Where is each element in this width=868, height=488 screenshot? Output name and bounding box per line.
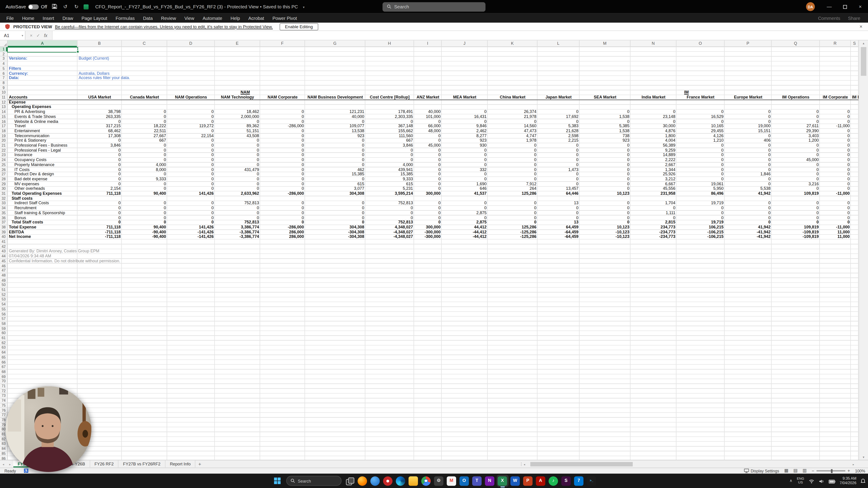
row-header-77[interactable]: 77	[0, 413, 7, 418]
cell-P18[interactable]: 15,151	[725, 129, 772, 133]
cell-B3[interactable]: Budget (Current)	[78, 57, 109, 61]
cell-F24[interactable]: 0	[260, 158, 305, 162]
cell-Q20[interactable]: 1,200	[772, 138, 820, 143]
sheet-nav-left-icon[interactable]: ◂	[0, 460, 6, 468]
cell-P27[interactable]: 1,846	[725, 172, 772, 177]
cell-M34[interactable]: 0	[580, 206, 630, 210]
ribbon-tab-formulas[interactable]: Formulas	[112, 13, 139, 23]
cell-Q11[interactable]: IM Operations	[772, 95, 820, 100]
cell-L36[interactable]: 0	[537, 216, 580, 220]
ribbon-tab-insert[interactable]: Insert	[38, 13, 58, 23]
column-header-P[interactable]: P	[725, 40, 772, 47]
cell-N33[interactable]: 1,704	[630, 201, 676, 206]
row-header-75[interactable]: 75	[0, 403, 7, 408]
cell-A25[interactable]: Property Maintenance	[8, 163, 54, 167]
cell-K35[interactable]: 0	[488, 211, 537, 216]
row-header-27[interactable]: 27	[0, 172, 7, 177]
cell-Q33[interactable]: 0	[772, 201, 820, 206]
cell-C36[interactable]: 0	[122, 216, 167, 220]
cell-O14[interactable]: 0	[677, 109, 725, 114]
cell-F22[interactable]: 0	[260, 148, 305, 153]
taskbar-file-explorer-icon[interactable]	[408, 476, 418, 486]
cell-E24[interactable]: 0	[215, 158, 260, 162]
cell-P15[interactable]: 0	[725, 114, 772, 119]
row-header-68[interactable]: 68	[0, 369, 7, 375]
cell-D27[interactable]: 0	[167, 172, 215, 177]
cell-F21[interactable]: 0	[260, 143, 305, 148]
zoom-slider[interactable]	[816, 470, 845, 471]
cell-H35[interactable]: 0	[365, 211, 414, 216]
cell-B31[interactable]: 711,118	[78, 191, 122, 196]
cell-D38[interactable]: 141,426	[167, 225, 215, 230]
cell-D37[interactable]: 0	[167, 220, 215, 225]
cell-R26[interactable]: 0	[820, 167, 851, 172]
cell-K24[interactable]: 0	[488, 158, 537, 162]
cell-M33[interactable]: 0	[580, 201, 630, 206]
cell-H23[interactable]: 0	[365, 153, 414, 158]
row-header-5[interactable]: 5	[0, 66, 7, 71]
cell-D25[interactable]: 0	[167, 163, 215, 167]
cell-D35[interactable]: 0	[167, 211, 215, 216]
cell-A34[interactable]: Recruitment	[8, 206, 36, 210]
row-header-6[interactable]: 6	[0, 71, 7, 76]
cell-I34[interactable]: 0	[414, 206, 442, 210]
row-header-24[interactable]: 24	[0, 158, 7, 162]
cell-I31[interactable]: 300,000	[414, 191, 442, 196]
cell-B27[interactable]: 0	[78, 172, 122, 177]
row-header-65[interactable]: 65	[0, 355, 7, 360]
cell-H25[interactable]: 4,000	[365, 163, 414, 167]
cell-F37[interactable]: 0	[260, 220, 305, 225]
ribbon-tab-review[interactable]: Review	[157, 13, 180, 23]
cell-L11[interactable]: Japan Market	[537, 95, 580, 100]
cell-N37[interactable]: 2,815	[630, 220, 676, 225]
cell-R23[interactable]: 0	[820, 153, 851, 158]
cell-G33[interactable]: 0	[305, 201, 365, 206]
cell-I38[interactable]: 300,000	[414, 225, 442, 230]
cell-I18[interactable]: 48,000	[414, 129, 442, 133]
cell-D34[interactable]: 0	[167, 206, 215, 210]
ribbon-tab-draw[interactable]: Draw	[58, 13, 77, 23]
column-header-C[interactable]: C	[122, 40, 167, 47]
cell-E31[interactable]: 2,633,962	[215, 191, 260, 196]
cell-Q15[interactable]: 0	[772, 114, 820, 119]
cell-Q34[interactable]: 0	[772, 206, 820, 210]
cell-I37[interactable]: 0	[414, 220, 442, 225]
formula-input[interactable]	[52, 31, 868, 40]
cell-N24[interactable]: 2,222	[630, 158, 676, 162]
cell-F18[interactable]: 0	[260, 129, 305, 133]
comments-button[interactable]: Comments	[818, 15, 840, 21]
tab-overflow-icon[interactable]: ⋮	[519, 460, 523, 468]
cell-O27[interactable]: 0	[677, 172, 725, 177]
row-header-13[interactable]: 13	[0, 105, 7, 109]
row-header-47[interactable]: 47	[0, 268, 7, 273]
cell-M24[interactable]: 0	[580, 158, 630, 162]
cell-M22[interactable]: 0	[580, 148, 630, 153]
cell-A28[interactable]: Bad debt expense	[8, 177, 47, 182]
cell-D18[interactable]: 0	[167, 129, 215, 133]
cell-C22[interactable]: 0	[122, 148, 167, 153]
ribbon-tab-file[interactable]: File	[2, 13, 18, 23]
cell-Q36[interactable]: 0	[772, 216, 820, 220]
cell-F15[interactable]: 0	[260, 114, 305, 119]
cell-H21[interactable]: 3,846	[365, 143, 414, 148]
column-header-L[interactable]: L	[537, 40, 580, 47]
message-bar-close-icon[interactable]: ×	[860, 24, 863, 29]
cell-F14[interactable]: 0	[260, 109, 305, 114]
cell-B35[interactable]: 0	[78, 211, 122, 216]
scroll-up-icon[interactable]: ▲	[859, 40, 868, 46]
row-header-14[interactable]: 14	[0, 109, 7, 114]
row-header-29[interactable]: 29	[0, 182, 7, 187]
cell-G23[interactable]: 0	[305, 153, 365, 158]
row-header-19[interactable]: 19	[0, 134, 7, 138]
cell-E17[interactable]: 89,362	[215, 124, 260, 129]
cell-A5[interactable]: Filters	[8, 66, 21, 71]
cell-P37[interactable]: 0	[725, 220, 772, 225]
battery-icon[interactable]	[829, 476, 835, 486]
row-header-21[interactable]: 21	[0, 143, 7, 148]
cell-E19[interactable]: 43,508	[215, 134, 260, 138]
cell-N28[interactable]: 3,212	[630, 177, 676, 182]
taskbar-excel-icon[interactable]: X	[498, 476, 507, 486]
column-header-A[interactable]: A	[8, 40, 78, 47]
cell-Q24[interactable]: 45,000	[772, 158, 820, 162]
insert-function-button[interactable]: fx	[44, 33, 47, 38]
